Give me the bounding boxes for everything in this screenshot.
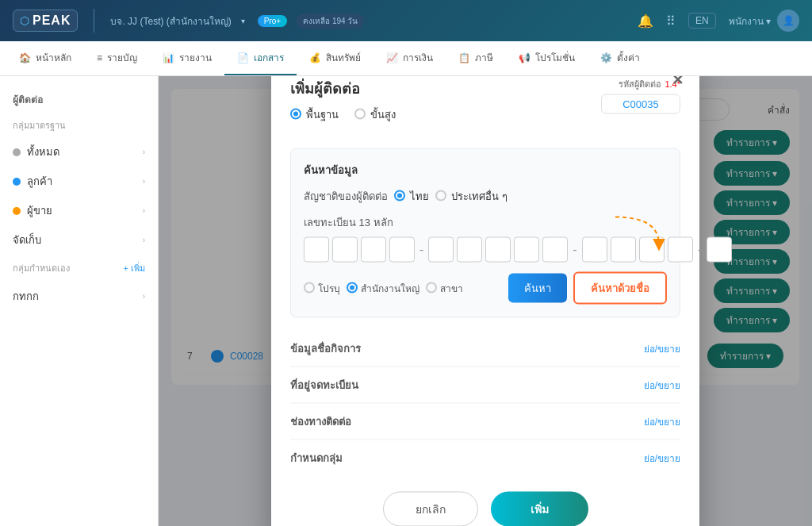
tab-home[interactable]: 🏠 หน้าหลัก bbox=[6, 41, 84, 75]
company-name: บจ. JJ (Test) (สำนักงานใหญ่) bbox=[110, 13, 231, 29]
modal-header: เพิ่มผู้ติดต่อ พื้นฐาน ขั้นสูง bbox=[290, 76, 680, 135]
cancel-button[interactable]: ยกเลิก bbox=[383, 491, 478, 526]
id-field-10[interactable] bbox=[582, 236, 607, 262]
chevron-warehouse: › bbox=[143, 236, 145, 244]
id-sep-1: - bbox=[419, 242, 423, 256]
main-content: ผู้ติดต่อ กลุ่มมาตรฐาน ทั้งหมด › ลูกค้า … bbox=[0, 76, 812, 526]
content-area: 🔍 ค้นหา คำสั่ง ทำรายการ ▾ ทำรายการ ▾ ทำร… bbox=[159, 76, 812, 526]
tab-finance[interactable]: 💰 สินทรัพย์ bbox=[297, 41, 373, 75]
header-divider bbox=[94, 9, 94, 33]
id-field-6[interactable] bbox=[457, 236, 482, 262]
tab-settings[interactable]: ⚙️ ตั้งค่า bbox=[588, 41, 653, 75]
type-company[interactable]: สำนักงานใหญ่ bbox=[347, 280, 419, 295]
contact-code-input[interactable] bbox=[601, 94, 680, 113]
search-by-name-button[interactable]: ค้นหาด้วยชื่อ bbox=[573, 271, 667, 304]
search-button[interactable]: ค้นหา bbox=[508, 273, 567, 302]
search-section: ค้นหาข้อมูล สัญชาติของผู้ติดต่อ ไทย ประเ… bbox=[290, 148, 680, 317]
promo-icon: 📢 bbox=[519, 52, 530, 63]
dot-customer bbox=[13, 178, 21, 186]
advanced-tab-option[interactable]: ขั้นสูง bbox=[354, 106, 396, 122]
chevron-all: › bbox=[143, 148, 145, 156]
id-field-3[interactable] bbox=[361, 236, 386, 262]
tab-activity[interactable]: 📈 การเงิน bbox=[373, 41, 446, 75]
id-field-8[interactable] bbox=[514, 236, 539, 262]
id-field-1[interactable] bbox=[304, 236, 329, 262]
close-button[interactable]: ✕ bbox=[668, 76, 687, 89]
search-action-row: โปรบุ สำนักงานใหญ่ สาขา ค้นหา ค้นหาด้วยช… bbox=[304, 271, 667, 304]
list-icon: ≡ bbox=[97, 52, 102, 63]
days-left: คงเหลือ 194 วัน bbox=[297, 13, 364, 29]
chevron-custom: › bbox=[143, 292, 145, 301]
grid-icon[interactable]: ⠿ bbox=[666, 13, 676, 29]
report-icon: 📊 bbox=[163, 52, 174, 63]
sidebar-item-supplier[interactable]: ผู้ขาย › bbox=[0, 196, 158, 225]
view-mode-group: พื้นฐาน ขั้นสูง bbox=[290, 106, 396, 122]
type-branch[interactable]: สาขา bbox=[426, 280, 463, 295]
add-button[interactable]: เพิ่ม bbox=[491, 491, 588, 526]
branch-radio[interactable] bbox=[426, 282, 437, 294]
tab-report[interactable]: 📊 รายงาน bbox=[150, 41, 224, 75]
pro-badge: Pro+ bbox=[258, 15, 287, 27]
settings-icon: ⚙️ bbox=[600, 52, 612, 63]
group-section: กำหนดกลุ่ม ย่อ/ขยาย bbox=[290, 440, 680, 475]
id-field-7[interactable] bbox=[485, 236, 511, 262]
tab-tax[interactable]: 📋 ภาษี bbox=[446, 41, 506, 75]
id-field-2[interactable] bbox=[332, 236, 358, 262]
business-expand[interactable]: ย่อ/ขยาย bbox=[644, 340, 680, 355]
dot-all bbox=[13, 148, 21, 156]
id-field-12[interactable] bbox=[639, 236, 665, 262]
tab-list[interactable]: ≡ รายบัญ bbox=[84, 41, 150, 75]
activity-icon: 📈 bbox=[386, 52, 398, 63]
thai-radio[interactable] bbox=[394, 190, 405, 202]
type-personal[interactable]: โปรบุ bbox=[304, 280, 340, 295]
group-label: กำหนดกลุ่ม bbox=[290, 449, 343, 466]
sidebar-item-all[interactable]: ทั้งหมด › bbox=[0, 137, 158, 167]
sidebar-item-custom[interactable]: กทกก › bbox=[0, 282, 158, 311]
sidebar-item-warehouse[interactable]: จัดเก็บ › bbox=[0, 225, 158, 255]
add-contact-modal: เพิ่มผู้ติดต่อ พื้นฐาน ขั้นสูง bbox=[271, 76, 699, 526]
other-option[interactable]: ประเทศอื่น ๆ bbox=[435, 187, 508, 204]
address-expand[interactable]: ย่อ/ขยาย bbox=[644, 377, 680, 392]
id-field-11[interactable] bbox=[611, 236, 636, 262]
lang-button[interactable]: EN bbox=[688, 13, 716, 29]
logo-icon: ⬡ bbox=[20, 14, 29, 27]
basic-tab-option[interactable]: พื้นฐาน bbox=[290, 106, 339, 122]
user-info[interactable]: พนักงาน ▾ 👤 bbox=[729, 10, 799, 32]
add-group-button[interactable]: + เพิ่ม bbox=[124, 261, 145, 275]
standard-group-title: กลุ่มมาตรฐาน bbox=[0, 113, 158, 137]
id-field-13[interactable] bbox=[668, 236, 693, 262]
id-field-4[interactable] bbox=[389, 236, 415, 262]
company-radio[interactable] bbox=[347, 282, 358, 294]
personal-radio[interactable] bbox=[304, 282, 315, 294]
finance-icon: 💰 bbox=[309, 52, 321, 63]
other-radio[interactable] bbox=[435, 190, 446, 202]
chevron-customer: › bbox=[143, 177, 145, 186]
business-section: ข้อมูลชื่อกิจการ ย่อ/ขยาย bbox=[290, 330, 680, 367]
id-field-14[interactable] bbox=[707, 236, 732, 262]
search-section-title: ค้นหาข้อมูล bbox=[304, 161, 667, 178]
id-field-5[interactable] bbox=[428, 236, 454, 262]
basic-radio[interactable] bbox=[290, 109, 301, 120]
modal-footer: ยกเลิก เพิ่ม bbox=[290, 491, 680, 526]
tax-icon: 📋 bbox=[458, 52, 470, 63]
address-section: ที่อยู่จดทะเบียน ย่อ/ขยาย bbox=[290, 367, 680, 403]
id-sep-3: - bbox=[698, 242, 702, 256]
id-label: เลขทะเบียน 13 หลัก bbox=[304, 213, 667, 230]
group-expand[interactable]: ย่อ/ขยาย bbox=[644, 450, 680, 465]
address-label: ที่อยู่จดทะเบียน bbox=[290, 376, 358, 393]
contact-code-label: รหัสผู้ติดต่อ bbox=[619, 76, 661, 90]
id-field-9[interactable] bbox=[542, 236, 568, 262]
sidebar-item-customer[interactable]: ลูกค้า › bbox=[0, 167, 158, 196]
advanced-radio[interactable] bbox=[354, 109, 366, 120]
dot-supplier bbox=[13, 207, 21, 215]
contact-expand[interactable]: ย่อ/ขยาย bbox=[644, 413, 680, 428]
contact-label: ช่องทางติดต่อ bbox=[290, 413, 351, 429]
tab-promo[interactable]: 📢 โปรโมชั่น bbox=[506, 41, 588, 75]
bell-icon[interactable]: 🔔 bbox=[638, 13, 653, 29]
sidebar: ผู้ติดต่อ กลุ่มมาตรฐาน ทั้งหมด › ลูกค้า … bbox=[0, 76, 159, 526]
chevron-supplier: › bbox=[143, 206, 145, 215]
tab-doc[interactable]: 📄 เอกสาร bbox=[224, 41, 297, 75]
user-name: พนักงาน ▾ bbox=[729, 13, 771, 29]
thai-option[interactable]: ไทย bbox=[394, 187, 429, 204]
sidebar-custom-group: กลุ่มกำหนดเอง + เพิ่ม bbox=[0, 255, 158, 282]
